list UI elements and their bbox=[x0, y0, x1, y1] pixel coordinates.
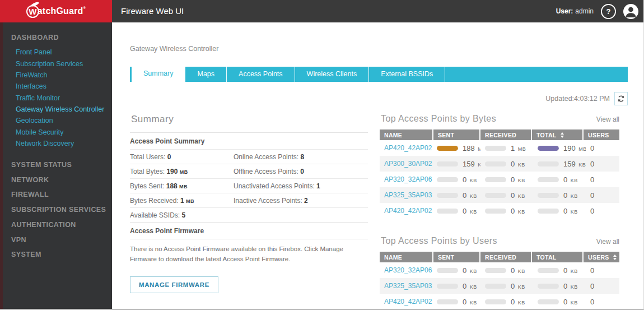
column-header-sent[interactable]: SENT bbox=[432, 252, 479, 262]
bar-track bbox=[538, 146, 559, 151]
sidebar-item-traffic-monitor[interactable]: Traffic Monitor bbox=[0, 92, 112, 104]
sort-down-arrow bbox=[613, 258, 617, 260]
column-header-total[interactable]: TOTAL bbox=[531, 129, 582, 140]
bar-track bbox=[485, 146, 506, 151]
bar-unit: KB bbox=[518, 269, 525, 274]
help-glyph: ? bbox=[606, 7, 611, 16]
bar-value: 0 KB bbox=[511, 207, 525, 215]
summary-field-label: Offline Access Points: bbox=[234, 168, 300, 175]
summary-field-total-users: Total Users: 0 bbox=[130, 153, 234, 161]
sidebar-section-system[interactable]: SYSTEM bbox=[0, 247, 112, 262]
cell-total: 0 KB bbox=[533, 175, 586, 184]
tab-access-points[interactable]: Access Points bbox=[227, 67, 295, 82]
top-header: W atchGuard® Fireware Web UI User: admin… bbox=[0, 0, 644, 22]
bar-track bbox=[538, 209, 559, 214]
sidebar-item-network-discovery[interactable]: Network Discovery bbox=[0, 138, 112, 149]
tab-external-bssids[interactable]: External BSSIDs bbox=[369, 67, 445, 82]
cell-sent: 188 MB bbox=[432, 144, 480, 152]
tab-wireless-clients[interactable]: Wireless Clients bbox=[295, 67, 370, 82]
top-access-points-by-users-table: Top Access Points by UsersView allNAMESE… bbox=[380, 236, 619, 309]
access-point-link[interactable]: AP420_42AP02CA bbox=[384, 207, 432, 215]
cell-sent: 0 KB bbox=[432, 266, 480, 275]
cell-received: 0 KB bbox=[480, 266, 533, 275]
user-avatar-icon[interactable] bbox=[623, 4, 638, 19]
sidebar-item-subscription-services[interactable]: Subscription Services bbox=[0, 58, 112, 69]
table-body: AP420_42AP02CF188 MB1 MB190 MB0AP300_30A… bbox=[380, 140, 619, 219]
sidebar-section-network[interactable]: NETWORK bbox=[0, 172, 112, 187]
bar-value: 0 KB bbox=[511, 298, 525, 306]
bar-value: 0 KB bbox=[463, 282, 477, 290]
summary-panel-title: Summary bbox=[131, 114, 368, 125]
sidebar-item-mobile-security[interactable]: Mobile Security bbox=[0, 127, 112, 138]
cell-name: AP420_42AP02CA bbox=[380, 207, 432, 215]
bar-fill bbox=[437, 146, 458, 151]
column-header-users[interactable]: USERS bbox=[582, 252, 615, 262]
summary-field-label: Total Bytes: bbox=[130, 168, 166, 175]
bar-track bbox=[485, 193, 506, 198]
refresh-button[interactable] bbox=[614, 92, 628, 105]
sidebar-item-front-panel[interactable]: Front Panel bbox=[0, 47, 112, 58]
bar-track bbox=[437, 146, 458, 151]
bar-value: 159 KB bbox=[563, 160, 586, 168]
summary-field-value: 188 MB bbox=[166, 182, 188, 190]
bar-track bbox=[437, 299, 458, 304]
cell-total: 159 KB bbox=[533, 160, 586, 168]
table-title: Top Access Points by Users bbox=[381, 236, 497, 246]
cell-sent: 0 KB bbox=[432, 282, 480, 290]
sidebar-sections: SYSTEM STATUSNETWORKFIREWALLSUBSCRIPTION… bbox=[0, 157, 112, 262]
view-all-link[interactable]: View all bbox=[596, 238, 619, 246]
summary-field-bytes-sent: Bytes Sent: 188 MB bbox=[130, 182, 234, 190]
bar-unit: KB bbox=[578, 162, 586, 168]
bar-value: 0 KB bbox=[511, 282, 525, 290]
column-header-sent[interactable]: SENT bbox=[432, 129, 479, 140]
access-point-link[interactable]: AP320_32AP06B0 bbox=[384, 175, 432, 183]
bar-value: 0 KB bbox=[463, 175, 477, 184]
bar-unit: KB bbox=[571, 209, 578, 215]
column-header-received[interactable]: RECEIVED bbox=[479, 252, 531, 262]
column-header-total[interactable]: TOTAL bbox=[531, 252, 582, 262]
column-header-name[interactable]: NAME bbox=[380, 129, 432, 140]
column-header-users[interactable]: USERS bbox=[582, 129, 615, 140]
bar-value: 0 KB bbox=[563, 298, 578, 306]
table-row: AP325_35AP03B10 KB0 KB0 KB0 bbox=[380, 187, 619, 203]
cell-sent: 0 KB bbox=[432, 298, 480, 306]
summary-field-value: 0 bbox=[300, 168, 304, 175]
sidebar-item-firewatch[interactable]: FireWatch bbox=[0, 70, 112, 81]
summary-field-label: Inactive Access Points: bbox=[234, 197, 304, 205]
bar-value: 0 KB bbox=[511, 175, 525, 184]
column-header-received[interactable]: RECEIVED bbox=[479, 129, 531, 140]
sidebar-section-firewall[interactable]: FIREWALL bbox=[0, 187, 112, 202]
sidebar-section-system-status[interactable]: SYSTEM STATUS bbox=[0, 157, 112, 172]
summary-row: Total Bytes: 190 MBOffline Access Points… bbox=[130, 164, 368, 178]
summary-field-value: 2 bbox=[304, 197, 308, 205]
bar-unit: KB bbox=[571, 178, 578, 183]
sidebar-item-geolocation[interactable]: Geolocation bbox=[0, 115, 112, 126]
access-point-link[interactable]: AP420_42AP02CF bbox=[384, 144, 432, 152]
cell-total: 0 KB bbox=[533, 298, 586, 306]
summary-field-label: Total Users: bbox=[130, 153, 167, 161]
access-point-link[interactable]: AP300_30AP0279 bbox=[384, 160, 432, 168]
tab-summary[interactable]: Summary bbox=[132, 66, 185, 82]
view-all-link[interactable]: View all bbox=[596, 115, 619, 123]
summary-field-available-ssids: Available SSIDs: 5 bbox=[130, 211, 234, 219]
users-value: 0 bbox=[590, 266, 594, 275]
sidebar-section-dashboard[interactable]: DASHBOARD bbox=[11, 34, 112, 41]
sidebar-section-authentication[interactable]: AUTHENTICATION bbox=[0, 218, 112, 233]
tab-maps[interactable]: Maps bbox=[185, 67, 227, 82]
access-point-link[interactable]: AP325_35AP03B1 bbox=[384, 191, 432, 199]
sidebar-item-gateway-wireless-controller[interactable]: Gateway Wireless Controller bbox=[0, 104, 112, 115]
column-header-name[interactable]: NAME bbox=[380, 252, 432, 262]
access-point-link[interactable]: AP320_32AP06B0 bbox=[384, 266, 432, 274]
sidebar-section-subscription-services[interactable]: SUBSCRIPTION SERVICES bbox=[0, 202, 112, 218]
access-point-link[interactable]: AP420_42AP02CA bbox=[384, 298, 432, 306]
manage-firmware-button[interactable]: MANAGE FIRMWARE bbox=[130, 276, 218, 293]
cell-users: 0 bbox=[586, 298, 619, 306]
help-icon[interactable]: ? bbox=[601, 4, 616, 19]
bar-unit: KB bbox=[470, 269, 477, 274]
tab-bar: SummaryMapsAccess PointsWireless Clients… bbox=[130, 67, 628, 82]
sidebar-item-interfaces[interactable]: Interfaces bbox=[0, 81, 112, 92]
access-point-link[interactable]: AP325_35AP03B1 bbox=[384, 282, 432, 290]
bar-track bbox=[485, 161, 506, 166]
sidebar-section-vpn[interactable]: VPN bbox=[0, 232, 112, 247]
bar-track bbox=[538, 161, 559, 166]
